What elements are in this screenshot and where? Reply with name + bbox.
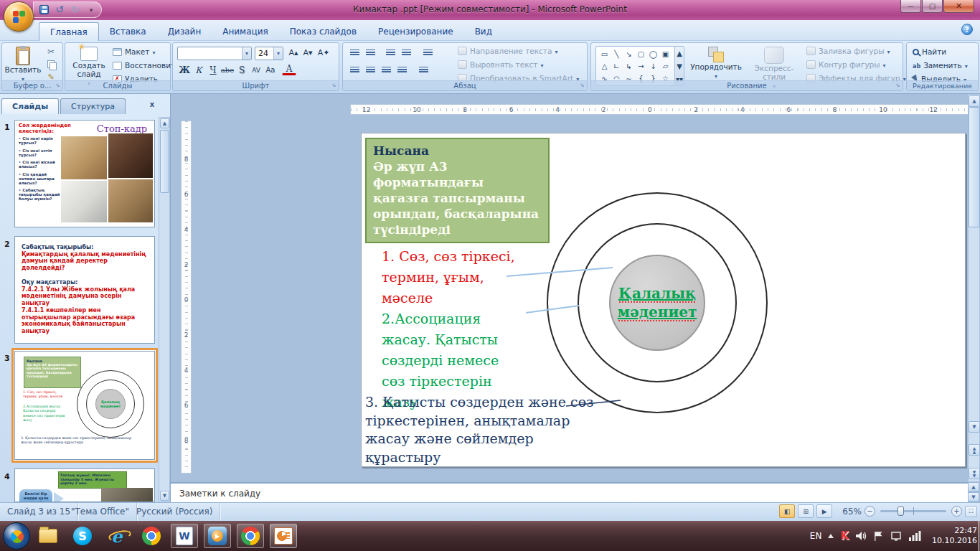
panel-scrollbar[interactable]: ▲ ▼ xyxy=(159,117,170,502)
find-button[interactable]: Найти xyxy=(913,47,946,56)
normal-view-button[interactable]: ◧ xyxy=(779,504,795,518)
paragraph-dialog-launcher[interactable] xyxy=(578,82,586,90)
slide-thumbnail-3-selected[interactable]: Нысана Әр жұп А3 форматындағы қағазға та… xyxy=(14,351,155,460)
scroll-up-button[interactable]: ▲ xyxy=(160,118,169,128)
taskbar-powerpoint-active[interactable] xyxy=(270,524,297,548)
close-button[interactable] xyxy=(943,0,974,13)
align-right-button[interactable] xyxy=(379,63,393,77)
text-direction-button[interactable]: Направление текста xyxy=(458,47,557,55)
arrange-button[interactable]: Упорядочить xyxy=(689,45,743,80)
items-textbox[interactable]: 1. Сөз, сөз тіркесі,термин, ұғым,мәселе … xyxy=(382,246,529,413)
replace-button[interactable]: Заменить xyxy=(913,61,968,70)
panel-close-button[interactable]: x xyxy=(147,100,157,110)
taskbar-internet-explorer[interactable]: e xyxy=(103,524,131,548)
shape-item[interactable]: ◯ xyxy=(647,48,659,60)
action-center-flag-icon[interactable] xyxy=(873,531,884,542)
clear-formatting-button[interactable]: A✦ xyxy=(316,46,331,60)
tray-expand-icon[interactable] xyxy=(828,534,834,538)
change-case-button[interactable]: Aa xyxy=(263,63,278,77)
scroll-thumb[interactable] xyxy=(160,130,169,193)
undo-button[interactable] xyxy=(53,3,66,16)
ribbon-tab[interactable]: Дизайн xyxy=(157,22,212,41)
qat-customize-button[interactable] xyxy=(85,3,98,16)
strikethrough-button[interactable]: abe xyxy=(220,63,235,77)
main-scrollbar[interactable]: ▲ ▼ ▲▲ ▼▼ xyxy=(968,94,980,482)
font-name-select[interactable] xyxy=(177,47,252,60)
text-shadow-button[interactable]: S xyxy=(235,63,249,77)
numbering-button[interactable] xyxy=(363,46,377,60)
taskbar-chrome-open[interactable] xyxy=(237,524,264,548)
increase-indent-button[interactable] xyxy=(399,46,413,60)
notes-scrollbar[interactable]: ▲ ▼ xyxy=(968,482,980,502)
font-size-select[interactable]: 24 xyxy=(255,47,283,60)
italic-button[interactable]: К xyxy=(192,63,206,77)
paste-button[interactable]: Вставить xyxy=(6,45,40,83)
windows-update-icon[interactable] xyxy=(890,530,902,542)
clipboard-dialog-launcher[interactable] xyxy=(54,82,62,90)
columns-button[interactable] xyxy=(416,63,430,77)
shapes-scrollbar[interactable]: ▲▼▾▾ xyxy=(674,47,684,85)
slide-thumbnail-1[interactable]: Сол жердеміндеп елестетіңіз: Стоп-кадр С… xyxy=(14,120,155,227)
reset-button[interactable]: Восстановить xyxy=(113,61,179,70)
fit-to-window-button[interactable]: ⛶ xyxy=(965,506,977,517)
ribbon-tab[interactable]: Вставка xyxy=(99,22,157,41)
zoom-slider[interactable] xyxy=(880,510,946,512)
objective-textbox[interactable]: Нысана Әр жұп А3 форматындағы қағазға та… xyxy=(365,138,550,243)
volume-icon[interactable] xyxy=(855,530,867,542)
network-signal-icon[interactable] xyxy=(908,531,921,541)
shape-item[interactable]: ↓ xyxy=(647,60,659,72)
layout-button[interactable]: Макет xyxy=(113,47,155,56)
center-circle-shape[interactable]: Қалалық мәдениет xyxy=(609,255,705,351)
grow-font-button[interactable]: A▴ xyxy=(286,46,301,60)
scroll-down-button[interactable]: ▼ xyxy=(969,421,980,433)
slide-thumbnail-4[interactable]: Топтық жұмыс. Мәселені талқылау 5 мин. Ж… xyxy=(14,468,155,502)
drawing-dialog-launcher[interactable] xyxy=(894,82,902,90)
shape-item[interactable]: ▣ xyxy=(659,48,672,60)
language-indicator[interactable]: Русский (Россия) xyxy=(129,503,220,522)
restore-button[interactable] xyxy=(922,0,943,13)
justify-button[interactable] xyxy=(395,63,409,77)
scroll-thumb[interactable] xyxy=(969,107,980,227)
notes-pane[interactable]: Заметки к слайду xyxy=(171,482,968,502)
theme-name[interactable]: "Тема Office" xyxy=(64,503,137,522)
horizontal-ruler[interactable]: 12108642024681012 xyxy=(350,104,970,115)
zoom-slider-thumb[interactable] xyxy=(897,507,904,516)
minimize-button[interactable] xyxy=(900,0,921,13)
bullets-button[interactable] xyxy=(347,46,362,60)
ribbon-tab[interactable]: Рецензирование xyxy=(367,22,464,41)
vertical-ruler[interactable]: 864202468 xyxy=(181,121,192,474)
taskbar-chrome[interactable] xyxy=(138,524,165,548)
line-spacing-button[interactable] xyxy=(420,46,435,60)
taskbar-word-open[interactable]: W xyxy=(171,524,198,548)
shape-item[interactable]: ╲ xyxy=(611,48,623,60)
shape-outline-button[interactable]: Контур фигуры xyxy=(806,60,886,69)
shape-item[interactable]: ∟ xyxy=(611,60,623,72)
align-center-button[interactable] xyxy=(363,63,377,77)
taskbar-explorer[interactable] xyxy=(34,524,62,548)
scroll-up-button[interactable]: ▲ xyxy=(969,95,980,107)
next-slide-button[interactable]: ▼▼ xyxy=(969,468,980,479)
slide-sorter-button[interactable]: ⊞ xyxy=(798,504,814,518)
zoom-in-button[interactable]: + xyxy=(951,506,962,517)
shrink-font-button[interactable]: A▾ xyxy=(301,46,315,60)
copy-button[interactable] xyxy=(44,57,58,71)
shape-item[interactable]: ▢ xyxy=(635,48,647,60)
ribbon-tab[interactable]: Показ слайдов xyxy=(279,22,367,41)
align-text-button[interactable]: Выровнять текст xyxy=(458,60,543,69)
shape-item[interactable]: ▱ xyxy=(659,60,672,72)
ribbon-tab[interactable]: Вид xyxy=(464,22,503,41)
ribbon-tab[interactable]: Анимация xyxy=(212,22,278,41)
shape-item[interactable]: ↘ xyxy=(623,48,635,60)
kaspersky-icon[interactable]: K xyxy=(840,529,849,542)
shape-item[interactable]: → xyxy=(635,60,647,72)
start-button[interactable] xyxy=(3,522,30,550)
shape-item[interactable]: ▭ xyxy=(598,48,611,60)
cut-button[interactable] xyxy=(44,44,58,58)
help-button[interactable]: ? xyxy=(961,24,973,35)
previous-slide-button[interactable]: ▲▲ xyxy=(969,444,980,456)
taskbar-media-player-open[interactable]: ▶ xyxy=(204,524,231,548)
shape-item[interactable]: △ xyxy=(598,60,611,72)
scroll-down-button[interactable]: ▼ xyxy=(160,491,169,501)
language-tray-button[interactable]: EN xyxy=(810,531,822,541)
shape-fill-button[interactable]: Заливка фигуры xyxy=(806,47,890,55)
